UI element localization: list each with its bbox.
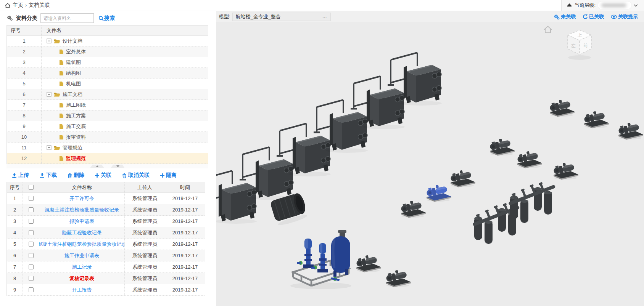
file-name-link[interactable]: 施工作业申请表 [64, 252, 99, 259]
pressure-tank-model [331, 230, 350, 281]
scroll-down-button[interactable] [109, 165, 127, 168]
file-row[interactable]: 4隐蔽工程验收记录系统管理员2019-12-17 [7, 227, 205, 239]
file-checkbox[interactable] [29, 253, 34, 258]
link-hint-button[interactable]: 关联提示 [611, 13, 638, 20]
tree-item-label[interactable]: 管理规范 [63, 144, 82, 151]
file-checkbox[interactable] [29, 276, 34, 281]
file-row[interactable]: 5混凝土灌注桩钢筋笼检验批质量验收记录系统管理员2019-12-17 [7, 239, 205, 250]
heat-exchanger-models[interactable] [216, 53, 442, 224]
upload-button[interactable]: 上传 [11, 172, 29, 179]
scroll-up-button[interactable] [89, 165, 106, 168]
file-icon [59, 81, 64, 87]
tree-item-label[interactable]: 结构图 [66, 70, 81, 77]
tree-row-number: 3 [7, 57, 41, 67]
file-row[interactable]: 7施工记录系统管理员2019-12-17 [7, 261, 205, 273]
select-all-checkbox[interactable] [29, 185, 34, 190]
tree-row[interactable]: 1设计文档 [7, 36, 208, 46]
collapse-minus-icon[interactable] [47, 38, 52, 43]
tree-row[interactable]: 2室外总体 [7, 46, 208, 57]
tree-row[interactable]: 8施工方案 [7, 111, 208, 121]
unlinked-button[interactable]: 未关联 [554, 13, 576, 20]
file-name-link[interactable]: 施工记录 [72, 264, 92, 271]
tree-item-label[interactable]: 施工文档 [63, 91, 82, 98]
file-checkbox[interactable] [29, 196, 34, 201]
tree-item-label[interactable]: 施工交底 [66, 123, 86, 130]
tree-item-label[interactable]: 施工方案 [66, 112, 86, 119]
file-name-link[interactable]: 混凝土灌注桩检验批质量验收记录 [45, 207, 119, 213]
files-col-header [23, 182, 39, 192]
file-checkbox[interactable] [29, 287, 34, 292]
tree-item-label[interactable]: 室外总体 [66, 48, 86, 55]
tree-row[interactable]: 6施工文档 [7, 89, 208, 100]
tree-row[interactable]: 4结构图 [7, 68, 208, 79]
file-checkbox[interactable] [29, 219, 34, 224]
collapse-minus-icon[interactable] [47, 145, 52, 150]
action-button-label: 关联提示 [618, 13, 638, 20]
unassociate-button[interactable]: 取消关联 [122, 172, 150, 179]
file-row[interactable]: 8复核记录表系统管理员2019-12-17 [7, 273, 205, 284]
tree-row[interactable]: 5机电图 [7, 79, 208, 89]
file-name-cell: 开工许可令 [39, 193, 124, 204]
file-row[interactable]: 1开工许可令系统管理员2019-12-17 [7, 193, 205, 204]
tree-row[interactable]: 3建筑图 [7, 57, 208, 68]
file-name-link[interactable]: 隐蔽工程验收记录 [62, 229, 102, 236]
file-row[interactable]: 6施工作业申请表系统管理员2019-12-17 [7, 250, 205, 261]
tree-row[interactable]: 9施工交底 [7, 121, 208, 132]
linked-button[interactable]: 已关联 [583, 13, 604, 20]
viewer-home-icon[interactable] [544, 26, 552, 33]
file-checkbox[interactable] [29, 264, 34, 269]
home-icon[interactable] [5, 3, 11, 8]
tree-item-label[interactable]: 建筑图 [66, 59, 81, 66]
collapse-minus-icon[interactable] [47, 92, 52, 97]
file-name-cell: 施工作业申请表 [39, 250, 124, 261]
selected-pump-model[interactable] [427, 183, 451, 202]
files-table-body: 1开工许可令系统管理员2019-12-172混凝土灌注桩检验批质量验收记录系统管… [7, 193, 205, 296]
tree-item-label[interactable]: 施工图纸 [66, 102, 86, 109]
tree-row-name-cell: 室外总体 [41, 46, 208, 57]
isolate-button[interactable]: 隔离 [160, 172, 177, 179]
file-name-link[interactable]: 开工报告 [72, 287, 92, 293]
tree-row[interactable]: 12监理规范 [7, 153, 208, 164]
file-row[interactable]: 3报验申请表系统管理员2019-12-17 [7, 216, 205, 227]
file-name-cell: 开工报告 [39, 284, 124, 295]
file-row[interactable]: 9开工报告系统管理员2019-12-17 [7, 284, 205, 296]
file-name-link[interactable]: 报验申请表 [69, 218, 94, 225]
file-row[interactable]: 2混凝土灌注桩检验批质量验收记录系统管理员2019-12-17 [7, 204, 205, 216]
tree-row[interactable]: 10报审资料 [7, 132, 208, 143]
tree-row-name-cell: 设计文档 [41, 36, 208, 46]
current-level-selector[interactable]: 当前层级: [561, 0, 644, 11]
file-checkbox[interactable] [29, 242, 34, 247]
cube-face-front[interactable]: 前 [583, 43, 588, 48]
file-checkbox[interactable] [29, 230, 34, 235]
delete-button[interactable]: 删除 [67, 172, 84, 179]
search-input[interactable] [40, 13, 94, 23]
file-name-link[interactable]: 复核记录表 [69, 275, 94, 282]
tree-item-label[interactable]: 报审资料 [66, 134, 86, 141]
model-selector[interactable]: 航站楼_全专业_整合 … [232, 13, 331, 21]
tree-item-label[interactable]: 监理规范 [66, 155, 86, 162]
chevron-down-icon[interactable] [634, 4, 638, 7]
manifold-models[interactable] [469, 177, 555, 244]
file-row-number: 8 [7, 273, 23, 284]
cube-face-top[interactable]: 上 [578, 32, 582, 38]
more-options-icon[interactable]: … [322, 14, 327, 19]
tree-row[interactable]: 11管理规范 [7, 143, 208, 153]
download-button[interactable]: 下载 [39, 172, 57, 179]
cube-face-left[interactable]: 左 [571, 43, 576, 48]
pressure-skid-model[interactable] [290, 230, 351, 289]
associate-button[interactable]: 关联 [95, 172, 111, 179]
model-canvas[interactable]: 上 左 前 [216, 22, 644, 306]
tree-item-label[interactable]: 机电图 [66, 80, 81, 87]
view-cube[interactable]: 上 左 前 [568, 30, 591, 60]
tree-row-name-cell: 结构图 [41, 68, 208, 78]
tree-row[interactable]: 7施工图纸 [7, 100, 208, 111]
file-name-link[interactable]: 混凝土灌注桩钢筋笼检验批质量验收记录 [39, 241, 124, 248]
triangle-down-icon [116, 165, 119, 167]
file-checkbox[interactable] [29, 207, 34, 212]
tree-item-label[interactable]: 设计文档 [63, 38, 82, 45]
file-date: 2019-12-17 [165, 193, 205, 204]
breadcrumb-home[interactable]: 主页 [13, 2, 23, 9]
file-name-link[interactable]: 开工许可令 [69, 195, 94, 202]
file-row-number: 4 [7, 227, 23, 238]
search-button[interactable]: 搜索 [98, 15, 115, 22]
